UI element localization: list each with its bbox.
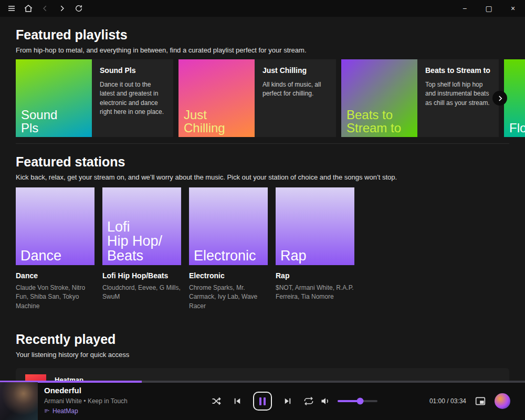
playlist-art: Sound Pls bbox=[16, 59, 92, 137]
playlist-carousel: Sound Pls Sound Pls Dance it out to the … bbox=[16, 59, 525, 137]
time-display: 01:00 / 03:34 bbox=[429, 397, 466, 405]
shuffle-button[interactable] bbox=[211, 396, 222, 406]
playlist-art: Just Chilling bbox=[178, 59, 255, 137]
playlist-card[interactable]: Sound Pls Sound Pls Dance it out to the … bbox=[16, 59, 173, 137]
maximize-button[interactable]: ▢ bbox=[477, 0, 501, 17]
window-controls: − ▢ × bbox=[453, 0, 525, 17]
station-artists: Cloudchord, Eevee, G Mills, SwuM bbox=[102, 284, 181, 302]
back-button[interactable] bbox=[38, 1, 52, 16]
refresh-icon bbox=[75, 4, 83, 13]
track-info: Onederful Armani White • Keep in Touch H… bbox=[44, 382, 128, 420]
playlist-art: Beats to Stream to bbox=[341, 59, 417, 137]
station-tile[interactable]: Rap bbox=[276, 187, 354, 265]
chevron-right-icon bbox=[58, 5, 66, 12]
playlist-link-label: HeatMap bbox=[52, 407, 78, 415]
menu-button[interactable] bbox=[4, 1, 19, 16]
play-pause-button[interactable] bbox=[253, 392, 272, 411]
station-tile[interactable]: Lofi Hip Hop/ Beats bbox=[102, 187, 181, 265]
station-art-title: Lofi Hip Hop/ Beats bbox=[107, 220, 162, 264]
previous-button[interactable] bbox=[233, 396, 242, 406]
pause-icon bbox=[259, 397, 261, 405]
playlist-link[interactable]: HeatMap bbox=[44, 407, 128, 415]
station-tile[interactable]: Dance bbox=[16, 187, 94, 265]
playlist-card[interactable]: Flo Flo bbox=[504, 59, 525, 137]
playlist-art-title: Just Chilling bbox=[184, 108, 225, 134]
station-card: Lofi Hip Hop/ Beats Lofi Hip Hop/Beats C… bbox=[102, 187, 181, 311]
playlist-row: Sound Pls Sound Pls Dance it out to the … bbox=[16, 59, 525, 137]
station-name: Rap bbox=[276, 271, 354, 280]
menu-icon bbox=[7, 4, 16, 13]
previous-icon bbox=[233, 396, 242, 406]
station-name: Electronic bbox=[189, 271, 268, 280]
shuffle-icon bbox=[211, 396, 222, 406]
featured-stations-title: Featured stations bbox=[16, 154, 509, 170]
station-card: Electronic Electronic Chrome Sparks, Mr.… bbox=[189, 187, 268, 311]
album-art[interactable] bbox=[0, 382, 38, 420]
station-artists: $NOT, Armani White, R.A.P. Ferreira, Tia… bbox=[276, 284, 354, 302]
station-row: Dance Dance Claude Von Stroke, Nitro Fun… bbox=[16, 187, 509, 311]
volume-control bbox=[320, 396, 377, 406]
titlebar-nav bbox=[0, 1, 86, 16]
station-card: Rap Rap $NOT, Armani White, R.A.P. Ferre… bbox=[276, 187, 354, 311]
repeat-button[interactable] bbox=[303, 396, 314, 406]
station-art-title: Rap bbox=[280, 249, 307, 264]
playlist-art-title: Sound Pls bbox=[21, 108, 57, 134]
playlist-description: All kinds of music, all perfect for chil… bbox=[262, 80, 328, 99]
player-right: 01:00 / 03:34 bbox=[429, 393, 510, 409]
station-art-title: Electronic bbox=[194, 249, 256, 264]
recently-played-subtitle: Your listening history for quick access bbox=[16, 351, 509, 359]
playlist-card[interactable]: Beats to Stream to Beats to Stream to To… bbox=[341, 59, 499, 137]
track-artist: Armani White • Keep in Touch bbox=[44, 397, 128, 405]
featured-playlists-subtitle: From hip-hop to metal, and everything in… bbox=[16, 46, 509, 54]
playlist-card[interactable]: Just Chilling Just Chilling All kinds of… bbox=[178, 59, 336, 137]
player-bar: Onederful Armani White • Keep in Touch H… bbox=[0, 382, 525, 420]
track-title: Onederful bbox=[44, 386, 128, 395]
playlist-name: Sound Pls bbox=[100, 66, 165, 75]
playlist-name: Just Chilling bbox=[262, 66, 328, 75]
station-name: Lofi Hip Hop/Beats bbox=[102, 271, 181, 280]
main-content: Featured playlists From hip-hop to metal… bbox=[0, 27, 525, 402]
carousel-next-button[interactable] bbox=[492, 91, 507, 106]
miniplayer-icon bbox=[475, 396, 486, 406]
playlist-description: Dance it out to the latest and greatest … bbox=[100, 80, 165, 117]
playlist-icon bbox=[44, 408, 50, 414]
volume-slider[interactable] bbox=[338, 400, 377, 402]
station-artists: Chrome Sparks, Mr. Carmack, Ivy Lab, Wav… bbox=[189, 284, 268, 311]
playlist-panel: Beats to Stream to Top shelf lofi hip ho… bbox=[417, 59, 499, 137]
home-button[interactable] bbox=[21, 1, 36, 16]
playlist-art-title: Beats to Stream to bbox=[346, 108, 401, 134]
playlist-art-title: Flo bbox=[509, 121, 525, 134]
station-card: Dance Dance Claude Von Stroke, Nitro Fun… bbox=[16, 187, 94, 311]
now-playing: Onederful Armani White • Keep in Touch H… bbox=[0, 382, 128, 420]
recently-played-title: Recently played bbox=[16, 332, 509, 347]
chevron-left-icon bbox=[41, 5, 49, 12]
refresh-button[interactable] bbox=[71, 1, 86, 16]
volume-icon[interactable] bbox=[320, 396, 331, 406]
transport-controls bbox=[211, 392, 314, 411]
forward-button[interactable] bbox=[55, 1, 69, 16]
minimize-button[interactable]: − bbox=[453, 0, 477, 17]
volume-knob[interactable] bbox=[357, 398, 364, 405]
station-art-title: Dance bbox=[20, 249, 61, 264]
station-name: Dance bbox=[16, 271, 94, 280]
featured-playlists-title: Featured playlists bbox=[16, 27, 509, 43]
next-button[interactable] bbox=[283, 396, 292, 406]
next-icon bbox=[283, 396, 292, 406]
playlist-panel: Sound Pls Dance it out to the latest and… bbox=[92, 59, 173, 137]
section-divider bbox=[16, 143, 509, 144]
playlist-art: Flo bbox=[504, 59, 525, 137]
pause-icon bbox=[264, 397, 266, 405]
titlebar: − ▢ × bbox=[0, 0, 525, 17]
home-icon bbox=[24, 4, 33, 13]
station-tile[interactable]: Electronic bbox=[189, 187, 268, 265]
close-button[interactable]: × bbox=[501, 0, 525, 17]
playlist-name: Beats to Stream to bbox=[425, 66, 491, 75]
playlist-description: Top shelf lofi hip hop and instrumental … bbox=[425, 80, 491, 108]
repeat-icon bbox=[303, 396, 314, 406]
station-artists: Claude Von Stroke, Nitro Fun, Shiba San,… bbox=[16, 284, 94, 311]
featured-stations-subtitle: Kick back, relax, get your stream on, an… bbox=[16, 173, 509, 181]
miniplayer-button[interactable] bbox=[475, 396, 486, 406]
playlist-panel: Just Chilling All kinds of music, all pe… bbox=[255, 59, 336, 137]
chevron-right-icon bbox=[497, 95, 503, 102]
user-avatar[interactable] bbox=[495, 393, 510, 409]
